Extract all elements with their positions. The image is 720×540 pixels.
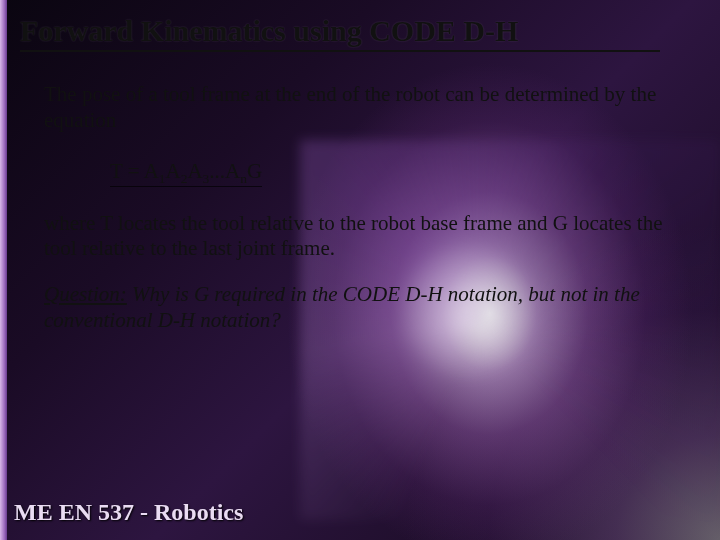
paragraph-question: Question: Why is G required in the CODE … bbox=[44, 282, 692, 333]
equation-sub-n: n bbox=[240, 171, 247, 186]
paragraph-where: where T locates the tool relative to the… bbox=[44, 211, 692, 262]
question-label: Question: bbox=[44, 282, 127, 306]
slide-content: Forward Kinematics using CODE D-H The po… bbox=[0, 0, 720, 540]
equation-a2: A bbox=[166, 159, 181, 183]
slide-title: Forward Kinematics using CODE D-H bbox=[20, 14, 660, 52]
equation-sub-1: 1 bbox=[159, 171, 166, 186]
equation-g: G bbox=[247, 159, 262, 183]
equation: T = A1A2A3...AnG bbox=[110, 159, 262, 187]
equation-lhs: T = A bbox=[110, 159, 159, 183]
equation-a3: A bbox=[187, 159, 202, 183]
paragraph-intro: The pose of a tool frame at the end of t… bbox=[44, 82, 692, 133]
question-text: Why is G required in the CODE D-H notati… bbox=[44, 282, 640, 332]
equation-dots: ...A bbox=[209, 159, 240, 183]
slide-body: The pose of a tool frame at the end of t… bbox=[44, 82, 692, 353]
slide-footer: ME EN 537 - Robotics bbox=[14, 499, 243, 526]
